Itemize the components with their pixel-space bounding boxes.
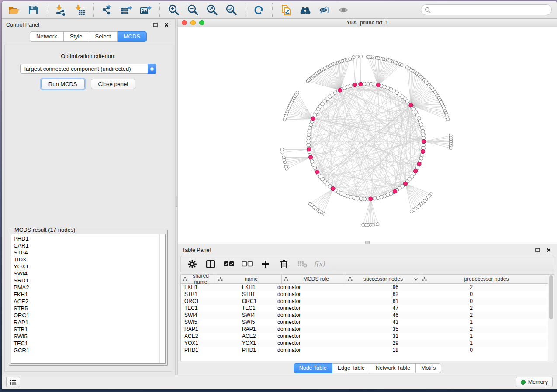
column-header[interactable]: shared name (181, 275, 216, 283)
zoom-out-icon (187, 4, 199, 16)
cell-successor-nodes: 47 (339, 305, 404, 312)
mcds-result-item[interactable]: STP4 (14, 249, 159, 256)
table-row[interactable]: YOX1 YOX1 connector 29 1 (181, 340, 548, 347)
table-row[interactable]: PHD1 PHD1 dominator 18 0 (181, 347, 548, 354)
export-table-button[interactable] (118, 3, 135, 17)
float-table-panel-button[interactable] (533, 246, 541, 254)
mcds-result-item[interactable]: PHD1 (14, 235, 159, 242)
import-table-button[interactable] (71, 3, 89, 17)
first-neighbors-button[interactable] (297, 3, 314, 17)
mcds-result-item[interactable]: STB5 (14, 305, 159, 312)
delete-column-button[interactable] (277, 258, 291, 271)
tab-network[interactable]: Network (30, 31, 64, 42)
run-mcds-button[interactable]: Run MCDS (41, 79, 85, 89)
cell-name: FKH1 (239, 284, 274, 291)
close-panel-action-button[interactable]: Close panel (91, 79, 136, 89)
mcds-result-item[interactable]: RAP1 (14, 319, 159, 326)
table-row[interactable]: FKH1 FKH1 dominator 96 2 (181, 284, 548, 291)
cell-shared-name: TEC1 (181, 305, 239, 312)
table-body: FKH1 FKH1 dominator 96 2 STB1 STB1 (181, 284, 548, 354)
optimization-criterion-select[interactable]: largest connected component (undirected) (20, 64, 156, 74)
hide-graphics-details-button[interactable] (316, 3, 333, 17)
mcds-result-item[interactable]: PMA2 (14, 284, 159, 291)
tab-edge-table[interactable]: Edge Table (332, 363, 370, 373)
table-row[interactable]: TEC1 TEC1 connector 47 2 (181, 305, 548, 312)
cell-shared-name: STB1 (181, 291, 239, 298)
show-task-history-button[interactable] (6, 377, 20, 387)
mcds-result-item[interactable]: ORC1 (14, 312, 159, 319)
cell-shared-name: RAP1 (181, 326, 239, 333)
close-panel-button[interactable] (163, 21, 170, 29)
splitter-handle[interactable] (176, 196, 177, 207)
delete-column-icon (280, 259, 288, 269)
first-neighbors-icon (299, 5, 312, 15)
column-header[interactable]: MCDS role (282, 275, 346, 283)
refresh-layout-button[interactable] (250, 3, 267, 17)
tab-motifs[interactable]: Motifs (416, 363, 441, 373)
zoom-selected-button[interactable] (222, 3, 240, 17)
tab-network-table[interactable]: Network Table (370, 363, 416, 373)
unselect-all-columns-icon (242, 261, 253, 268)
show-column-panel-button[interactable] (204, 258, 218, 271)
mcds-result-item[interactable]: CAR1 (14, 242, 159, 249)
network-window-title: YPA_prune.txt_1 (178, 20, 557, 26)
zoom-out-button[interactable] (184, 3, 201, 17)
mcds-list-scrollbar[interactable] (159, 234, 165, 363)
add-column-button[interactable] (259, 258, 273, 271)
mcds-hub-node (403, 182, 407, 186)
select-all-columns-button[interactable] (222, 258, 236, 271)
table-row[interactable]: ACE2 ACE2 connector 31 1 (181, 333, 548, 340)
table-row[interactable]: SWI4 SWI4 dominator 46 2 (181, 312, 548, 319)
table-row[interactable]: RAP1 RAP1 dominator 35 2 (181, 326, 548, 333)
import-network-button[interactable] (52, 3, 69, 17)
mcds-result-item[interactable]: STB1 (14, 326, 159, 333)
mcds-result-list: PHD1CAR1STP4TID3YOX1SWI4SRD1PMA2FKH1ACE2… (11, 234, 166, 364)
column-header[interactable]: successor nodes (346, 275, 420, 283)
search-input[interactable] (433, 7, 548, 13)
export-image-button[interactable] (137, 3, 155, 17)
network-graph[interactable] (178, 27, 557, 244)
tab-select[interactable]: Select (89, 31, 118, 42)
table-row[interactable]: STB1 STB1 dominator 62 0 (181, 291, 548, 298)
zoom-in-icon (167, 4, 180, 16)
column-header[interactable]: name (216, 275, 282, 283)
mcds-result-item[interactable]: FKH1 (14, 291, 159, 298)
zoom-fit-button[interactable] (203, 3, 221, 17)
cell-name: SWI4 (239, 312, 274, 319)
function-builder-icon[interactable]: f(x) (314, 260, 325, 268)
save-session-button[interactable] (24, 3, 42, 17)
tab-node-table[interactable]: Node Table (294, 363, 332, 373)
show-graphics-details-button[interactable] (335, 3, 353, 17)
table-scrollbar-thumb[interactable] (549, 275, 553, 319)
mcds-result-item[interactable]: SWI5 (14, 333, 159, 340)
duplicate-network-icon (280, 4, 292, 16)
tab-mcds[interactable]: MCDS (118, 31, 147, 42)
mcds-result-item[interactable]: TEC1 (14, 340, 159, 347)
table-scrollbar[interactable] (548, 275, 554, 361)
tab-style[interactable]: Style (64, 31, 89, 42)
open-file-button[interactable] (5, 3, 23, 17)
memory-button[interactable]: Memory (516, 377, 553, 387)
zoom-in-button[interactable] (165, 3, 182, 17)
mcds-result-item[interactable]: TID3 (14, 256, 159, 263)
table-panel-title: Table Panel (182, 247, 530, 253)
export-network-button[interactable] (99, 3, 116, 17)
unselect-all-columns-button[interactable] (240, 258, 254, 271)
delete-table-button[interactable] (295, 258, 309, 271)
mcds-result-item[interactable]: GCR1 (14, 347, 159, 354)
mcds-result-item[interactable]: SRD1 (14, 277, 159, 284)
close-table-panel-button[interactable] (545, 246, 553, 254)
column-header[interactable]: predecessor nodes (420, 275, 548, 283)
table-row[interactable]: SWI5 SWI5 connector 43 1 (181, 319, 548, 326)
main-toolbar (2, 1, 557, 19)
horizontal-splitter-handle[interactable] (365, 241, 370, 244)
duplicate-network-button[interactable] (277, 3, 295, 17)
mcds-result-item[interactable]: SWI4 (14, 270, 159, 277)
cell-name: PHD1 (239, 347, 274, 354)
mcds-result-item[interactable]: YOX1 (14, 263, 159, 270)
table-row[interactable]: ORC1 ORC1 dominator 61 0 (181, 298, 548, 305)
mcds-result-item[interactable]: ACE2 (14, 298, 159, 305)
float-panel-button[interactable] (151, 21, 159, 29)
table-options-gear-button[interactable] (185, 258, 199, 271)
cell-mcds-role: dominator (274, 284, 339, 291)
